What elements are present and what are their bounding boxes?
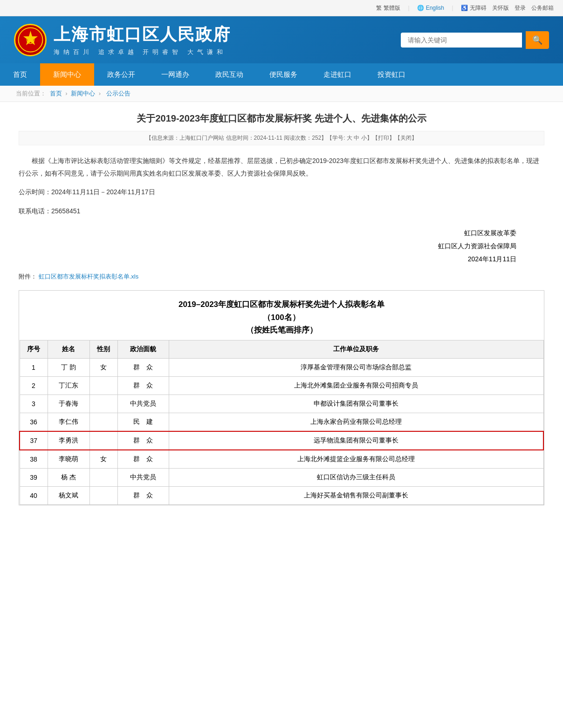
- table-cell-party: 群 众: [117, 376, 169, 395]
- table-cell-party: 群 众: [117, 358, 169, 376]
- care-link[interactable]: 关怀版: [492, 4, 509, 12]
- table-row: 2丁汇东群 众上海北外滩集团企业服务有限公司招商专员: [20, 376, 543, 395]
- table-cell-num: 3: [20, 395, 48, 413]
- search-button[interactable]: 🔍: [526, 31, 549, 49]
- english-link[interactable]: 🌐 English: [417, 5, 444, 11]
- nav-item-online[interactable]: 一网通办: [148, 63, 202, 86]
- nav-item-about[interactable]: 走进虹口: [310, 63, 364, 86]
- table-cell-name: 杨 杰: [48, 468, 89, 486]
- accessible-link[interactable]: ♿ 无障碍: [461, 4, 487, 12]
- table-cell-work: 上海好买基金销售有限公司副董事长: [169, 486, 543, 504]
- table-cell-num: 36: [20, 413, 48, 431]
- table-cell-num: 2: [20, 376, 48, 395]
- main-content: 关于2019-2023年度虹口区都市发展标杆奖 先进个人、先进集体的公示 【信息…: [0, 102, 563, 519]
- article-paragraph-1: 根据《上海市评比达标表彰活动管理实施细则》等文件规定，经基层推荐、层层选拔，已初…: [19, 155, 544, 179]
- breadcrumb: 当前位置： 首页 › 新闻中心 › 公示公告: [0, 86, 563, 102]
- table-cell-num: 39: [20, 468, 48, 486]
- table-cell-name: 李勇洪: [48, 431, 89, 450]
- table-cell-num: 1: [20, 358, 48, 376]
- article-title: 关于2019-2023年度虹口区都市发展标杆奖 先进个人、先进集体的公示: [19, 111, 544, 125]
- mailbox-link[interactable]: 公务邮箱: [531, 4, 554, 12]
- table-row: 1丁 韵女群 众淳厚基金管理有限公司市场综合部总监: [20, 358, 543, 376]
- top-bar: 繁 繁體版 ｜ 🌐 English ｜ ♿ 无障碍 关怀版 登录 公务邮箱: [0, 0, 563, 16]
- table-cell-work: 淳厚基金管理有限公司市场综合部总监: [169, 358, 543, 376]
- nav-item-home[interactable]: 首页: [0, 63, 40, 86]
- col-header-gender: 性别: [89, 340, 117, 358]
- nav-item-invest[interactable]: 投资虹口: [364, 63, 419, 86]
- breadcrumb-home[interactable]: 首页: [50, 90, 62, 97]
- table-cell-party: 群 众: [117, 486, 169, 504]
- signature-line-2: 虹口区人力资源社会保障局: [19, 239, 516, 252]
- article-body: 根据《上海市评比达标表彰活动管理实施细则》等文件规定，经基层推荐、层层选拔，已初…: [19, 155, 544, 217]
- nav-item-services[interactable]: 便民服务: [256, 63, 310, 86]
- search-area: 🔍: [401, 31, 549, 49]
- breadcrumb-sep1: ›: [65, 90, 67, 97]
- table-row: 38李晓萌女群 众上海北外滩提篮企业服务有限公司总经理: [20, 450, 543, 469]
- col-header-work: 工作单位及职务: [169, 340, 543, 358]
- table-cell-gender: [89, 376, 117, 395]
- logo-area: 上海市虹口区人民政府 海纳百川 追求卓越 开明睿智 大气谦和: [14, 23, 231, 56]
- signature-line-3: 2024年11月11日: [19, 252, 516, 265]
- table-cell-gender: 女: [89, 358, 117, 376]
- attachment-link[interactable]: 虹口区都市发展标杆奖拟表彰名单.xls: [39, 273, 139, 280]
- table-cell-work: 申都设计集团有限公司董事长: [169, 395, 543, 413]
- table-cell-work: 远孚物流集团有限公司董事长: [169, 431, 543, 450]
- nav-item-government[interactable]: 政务公开: [94, 63, 148, 86]
- logo-text: 上海市虹口区人民政府 海纳百川 追求卓越 开明睿智 大气谦和: [54, 23, 231, 56]
- government-emblem: [14, 24, 47, 56]
- login-link[interactable]: 登录: [515, 4, 526, 12]
- search-input[interactable]: [401, 33, 522, 48]
- accessible-icon: ♿: [461, 5, 468, 11]
- article-meta: 【信息来源：上海虹口门户网站 信息时间：2024-11-11 阅读次数：252】…: [19, 131, 544, 145]
- language-icon: 🌐: [417, 5, 424, 11]
- table-cell-gender: [89, 486, 117, 504]
- table-cell-name: 李晓萌: [48, 450, 89, 469]
- table-cell-party: 中共党员: [117, 395, 169, 413]
- table-cell-name: 丁 韵: [48, 358, 89, 376]
- table-cell-name: 李仁伟: [48, 413, 89, 431]
- table-row: 39杨 杰中共党员虹口区信访办三级主任科员: [20, 468, 543, 486]
- table-cell-party: 群 众: [117, 450, 169, 469]
- table-cell-party: 群 众: [117, 431, 169, 450]
- table-cell-num: 37: [20, 431, 48, 450]
- header: 上海市虹口区人民政府 海纳百川 追求卓越 开明睿智 大气谦和 🔍: [0, 16, 563, 63]
- nav-item-news[interactable]: 新闻中心: [40, 63, 94, 86]
- table-cell-num: 40: [20, 486, 48, 504]
- table-cell-party: 中共党员: [117, 468, 169, 486]
- table-cell-work: 上海北外滩集团企业服务有限公司招商专员: [169, 376, 543, 395]
- col-header-name: 姓名: [48, 340, 89, 358]
- traditional-chinese-link[interactable]: 繁 繁體版: [376, 4, 400, 12]
- main-nav: 首页 新闻中心 政务公开 一网通办 政民互动 便民服务 走进虹口 投资虹口: [0, 63, 563, 86]
- table-title: 2019–2023年度虹口区都市发展标杆奖先进个人拟表彰名单 （100名） （按…: [19, 291, 544, 340]
- table-cell-work: 上海永家合药业有限公司总经理: [169, 413, 543, 431]
- attachment-label: 附件：: [19, 273, 37, 280]
- table-cell-party: 民 建: [117, 413, 169, 431]
- article-paragraph-3: 联系电话：25658451: [19, 205, 544, 218]
- table-cell-gender: 女: [89, 450, 117, 469]
- table-cell-name: 丁汇东: [48, 376, 89, 395]
- signature-line-1: 虹口区发展改革委: [19, 226, 516, 239]
- nav-item-interaction[interactable]: 政民互动: [202, 63, 256, 86]
- table-cell-name: 于春海: [48, 395, 89, 413]
- table-cell-gender: [89, 413, 117, 431]
- table-header-row: 序号 姓名 性别 政治面貌 工作单位及职务: [20, 340, 543, 358]
- table-cell-name: 杨文斌: [48, 486, 89, 504]
- breadcrumb-label: 当前位置：: [16, 90, 46, 97]
- table-cell-gender: [89, 395, 117, 413]
- honor-table: 序号 姓名 性别 政治面貌 工作单位及职务 1丁 韵女群 众淳厚基金管理有限公司…: [19, 340, 544, 505]
- traditional-icon: 繁: [376, 4, 382, 12]
- breadcrumb-current: 公示公告: [106, 90, 130, 97]
- article-signature: 虹口区发展改革委 虹口区人力资源社会保障局 2024年11月11日: [19, 226, 516, 265]
- table-row: 36李仁伟民 建上海永家合药业有限公司总经理: [20, 413, 543, 431]
- col-header-party: 政治面貌: [117, 340, 169, 358]
- table-cell-gender: [89, 468, 117, 486]
- table-section: 2019–2023年度虹口区都市发展标杆奖先进个人拟表彰名单 （100名） （按…: [19, 290, 544, 505]
- table-cell-num: 38: [20, 450, 48, 469]
- article-paragraph-2: 公示时间：2024年11月11日－2024年11月17日: [19, 186, 544, 198]
- table-cell-work: 上海北外滩提篮企业服务有限公司总经理: [169, 450, 543, 469]
- table-cell-gender: [89, 431, 117, 450]
- table-row: 37李勇洪群 众远孚物流集团有限公司董事长: [20, 431, 543, 450]
- breadcrumb-news[interactable]: 新闻中心: [71, 90, 95, 97]
- table-row: 3于春海中共党员申都设计集团有限公司董事长: [20, 395, 543, 413]
- attachment-area: 附件： 虹口区都市发展标杆奖拟表彰名单.xls: [19, 272, 544, 281]
